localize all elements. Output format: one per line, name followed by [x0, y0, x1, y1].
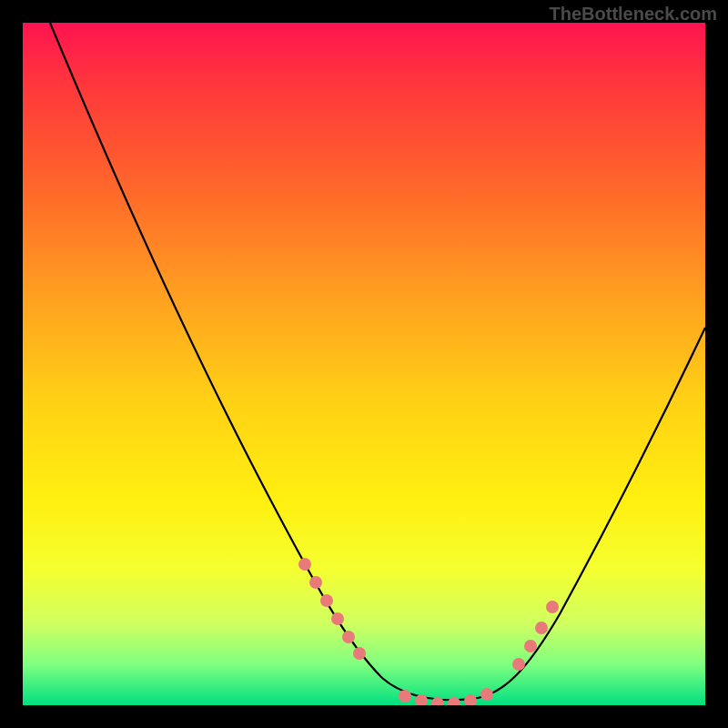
marker-dot [342, 631, 355, 643]
marker-dot [535, 622, 548, 634]
marker-dot [480, 688, 493, 701]
marker-dot [399, 690, 411, 703]
marker-dot [309, 576, 322, 589]
marker-dot [524, 640, 537, 652]
marker-dot [353, 647, 366, 660]
marker-group [298, 558, 559, 705]
marker-dot [320, 594, 333, 607]
marker-dot [298, 558, 311, 571]
marker-dot [448, 697, 460, 705]
chart-plot-area [23, 23, 705, 705]
chart-svg [23, 23, 705, 705]
marker-dot [546, 601, 559, 613]
watermark-text: TheBottleneck.com [550, 4, 717, 25]
marker-dot [512, 658, 525, 671]
marker-dot [464, 694, 477, 705]
marker-dot [331, 612, 344, 625]
curve-line [50, 23, 705, 700]
